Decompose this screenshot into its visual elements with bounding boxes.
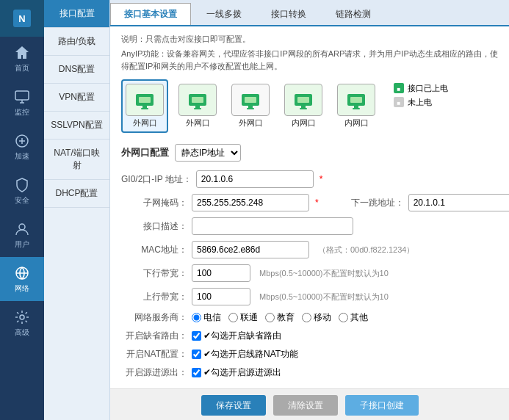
svg-rect-25 [354, 106, 358, 108]
port-lan1[interactable]: 内网口 [280, 79, 327, 133]
nat-checkbox[interactable]: ✔勾选开启线路NAT功能 [192, 348, 298, 361]
sidebar-item-home[interactable]: 首页 [0, 37, 44, 81]
sidebar-label-home: 首页 [15, 63, 29, 73]
legend-on-label: 接口已上电 [408, 83, 448, 94]
isp-radio-other[interactable]: 其他 [339, 311, 368, 324]
leftnav-item-interface[interactable]: 接口配置 [44, 0, 109, 28]
port-wan1-label: 外网口 [133, 117, 157, 128]
route-label: 开启缺省路由： [121, 330, 187, 342]
port-wan3-label: 外网口 [239, 117, 263, 128]
ip-label: GI0/2口-IP 地址： [121, 173, 192, 186]
isp-radio-unicom[interactable]: 联通 [228, 311, 258, 324]
tab-bar: 接口基本设置 一线多拨 接口转换 链路检测 [110, 0, 509, 26]
form-row-nat: 开启NAT配置： ✔勾选开启线路NAT功能 [121, 348, 498, 361]
src-check-label: ✔勾选开启源进源出 [203, 366, 281, 379]
port-lan2[interactable]: 内网口 [333, 79, 380, 133]
sidebar-item-advanced[interactable]: 高级 [0, 301, 44, 345]
port-wan1-box [126, 84, 164, 116]
note2: AnyIP功能：设备兼容网关，代理应答非接口IP网段的所有ARP请求，并为用户I… [121, 48, 498, 72]
isp-radio-edu[interactable]: 教育 [265, 311, 295, 324]
leftnav-item-nat[interactable]: NAT/端口映射 [44, 140, 109, 180]
port-wan1[interactable]: 外网口 [121, 79, 168, 133]
mac-input[interactable] [192, 241, 309, 258]
tab-convert[interactable]: 接口转换 [257, 3, 320, 25]
mac-hint: （格式：00d0.f822.1234） [318, 245, 414, 256]
dl-input[interactable] [192, 264, 250, 282]
svg-rect-20 [297, 97, 309, 103]
route-checkbox[interactable]: ✔勾选开启缺省路由 [192, 330, 281, 342]
save-button[interactable]: 保存设置 [201, 395, 266, 416]
src-checkbox[interactable]: ✔勾选开启源进源出 [192, 366, 281, 379]
port-wan2-box [178, 84, 217, 116]
nat-check-label: ✔勾选开启线路NAT功能 [203, 348, 298, 361]
port-wan3[interactable]: 外网口 [227, 79, 274, 133]
sidebar-label-advanced: 高级 [15, 327, 29, 338]
nat-label: 开启NAT配置： [121, 348, 187, 361]
ip-input[interactable] [196, 170, 314, 188]
svg-rect-16 [245, 97, 256, 103]
sidebar-label-user: 用户 [15, 239, 29, 250]
desc-input[interactable] [192, 217, 353, 235]
port-wan3-box [231, 84, 270, 116]
port-lan1-box [284, 84, 322, 116]
logo: N [0, 0, 44, 37]
port-lan2-box [337, 84, 375, 116]
config-section: 外网口配置 静态IP地址 DHCP PPPoE [121, 144, 498, 162]
nexthop-label: 下一跳地址： [338, 197, 404, 209]
clear-button[interactable]: 清除设置 [273, 395, 338, 416]
ul-label: 上行带宽： [121, 291, 187, 303]
isp-radio-telecom[interactable]: 电信 [192, 311, 221, 324]
sidebar-item-add[interactable]: 加速 [0, 125, 44, 169]
tab-multiline[interactable]: 一线多拨 [192, 3, 256, 25]
port-lan2-label: 内网口 [344, 117, 369, 128]
svg-rect-14 [194, 108, 201, 109]
tab-basic-settings[interactable]: 接口基本设置 [110, 3, 191, 25]
subnet-input[interactable] [192, 194, 309, 211]
legend-off: ■ 未上电 [393, 96, 448, 108]
legend-on: ■ 接口已上电 [393, 82, 448, 94]
form-row-desc: 接口描述： [121, 217, 498, 235]
form-row-subnet: 子网掩码： * 下一跳地址： * [121, 194, 498, 211]
leftnav-item-vpn[interactable]: VPN配置 [44, 84, 109, 112]
status-legend: ■ 接口已上电 ■ 未上电 [393, 82, 448, 108]
sidebar-item-network[interactable]: 网络 [0, 257, 44, 301]
tab-link-detect[interactable]: 链路检测 [322, 3, 385, 25]
sidebar-label-add: 加速 [15, 151, 29, 162]
leftnav-item-sslvpn[interactable]: SSLVPN配置 [44, 112, 109, 140]
config-type-select[interactable]: 静态IP地址 DHCP PPPoE [175, 144, 241, 162]
ip-required: * [320, 174, 323, 184]
route-check-label: ✔勾选开启缺省路由 [203, 330, 281, 342]
form-row-mac: MAC地址： （格式：00d0.f822.1234） [121, 241, 498, 258]
leftnav-item-dns[interactable]: DNS配置 [44, 56, 109, 84]
svg-rect-17 [248, 106, 253, 108]
desc-label: 接口描述： [121, 220, 187, 233]
dl-hint: Mbps(0.5~10000)不配置时默认为10 [259, 268, 389, 279]
sidebar-item-security[interactable]: 安全 [0, 169, 44, 213]
svg-text:N: N [18, 13, 25, 24]
isp-radio-group: 电信 联通 教育 移动 其他 [192, 311, 368, 324]
svg-rect-22 [300, 108, 307, 109]
nexthop-input[interactable] [408, 194, 509, 211]
form-row-ul: 上行带宽： Mbps(0.5~10000)不配置时默认为10 [121, 288, 498, 305]
subnet-label: 子网掩码： [121, 197, 187, 209]
config-label: 外网口配置 [121, 146, 169, 159]
sidebar-item-monitor[interactable]: 监控 [0, 81, 44, 125]
svg-rect-13 [195, 106, 200, 108]
ul-input[interactable] [192, 288, 250, 305]
isp-radio-mobile[interactable]: 移动 [302, 311, 331, 324]
sidebar-label-monitor: 监控 [15, 107, 29, 117]
svg-rect-8 [139, 97, 151, 103]
port-wan2[interactable]: 外网口 [174, 79, 221, 133]
form-row-ip: GI0/2口-IP 地址： * [121, 170, 498, 188]
form-row-src: 开启源进源出： ✔勾选开启源进源出 [121, 366, 498, 379]
leftnav-item-route[interactable]: 路由/负载 [44, 28, 109, 56]
footer-buttons: 保存设置 清除设置 子接口创建 [110, 388, 509, 420]
sidebar-label-security: 安全 [15, 195, 29, 206]
sub-interface-button[interactable]: 子接口创建 [345, 395, 419, 416]
svg-point-4 [19, 224, 25, 230]
ul-hint: Mbps(0.5~10000)不配置时默认为10 [259, 292, 389, 303]
leftnav-item-dhcp[interactable]: DHCP配置 [44, 180, 109, 208]
sidebar-item-user[interactable]: 用户 [0, 213, 44, 257]
dl-label: 下行带宽： [121, 267, 187, 280]
svg-text:■: ■ [397, 86, 401, 93]
